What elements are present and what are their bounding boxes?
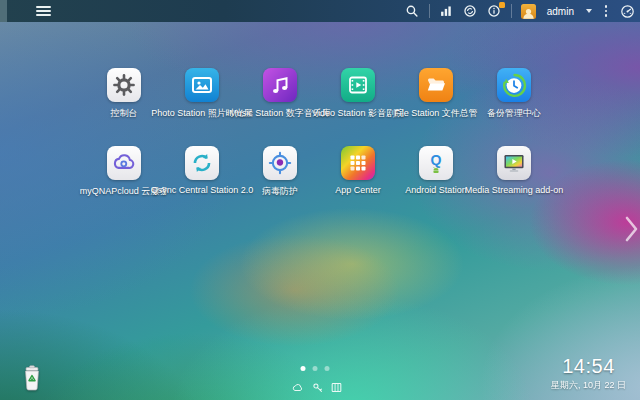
app-label: Android Station bbox=[405, 185, 467, 195]
pager-dot[interactable] bbox=[325, 366, 330, 371]
pager-dot[interactable] bbox=[313, 366, 318, 371]
next-page-arrow[interactable] bbox=[625, 215, 639, 247]
photo-icon bbox=[185, 68, 219, 102]
top-bar: admin bbox=[0, 0, 640, 22]
background-tasks-icon[interactable] bbox=[439, 4, 454, 19]
pager-dot[interactable] bbox=[301, 366, 306, 371]
app-label: 控制台 bbox=[111, 107, 138, 120]
sync-arrows-icon bbox=[185, 146, 219, 180]
apps-grid-icon bbox=[341, 146, 375, 180]
app-backup-center[interactable]: 备份管理中心 bbox=[475, 68, 553, 120]
app-label: 病毒防护 bbox=[262, 185, 298, 198]
app-label: Media Streaming add-on bbox=[465, 185, 564, 195]
app-label: App Center bbox=[335, 185, 381, 195]
app-android-station[interactable]: Q Android Station bbox=[397, 146, 475, 198]
antivirus-target-icon bbox=[263, 146, 297, 180]
app-grid: 控制台 Photo Station 照片时光屋 bbox=[85, 68, 553, 198]
dashboard-gauge-icon[interactable] bbox=[620, 4, 635, 19]
android-q-icon: Q bbox=[419, 146, 453, 180]
chevron-down-icon[interactable] bbox=[586, 9, 592, 13]
notifications-icon[interactable] bbox=[487, 4, 502, 19]
left-edge-strip bbox=[0, 0, 7, 22]
app-file-station[interactable]: File Station 文件总管 bbox=[397, 68, 475, 120]
user-avatar[interactable] bbox=[521, 4, 536, 19]
qts-desktop: admin bbox=[0, 0, 640, 400]
main-menu-icon[interactable] bbox=[36, 4, 51, 18]
folder-icon bbox=[419, 68, 453, 102]
username-label[interactable]: admin bbox=[547, 6, 574, 17]
svg-text:Q: Q bbox=[431, 152, 442, 168]
divider bbox=[429, 4, 430, 18]
top-bar-actions: admin bbox=[405, 0, 635, 22]
app-app-center[interactable]: App Center bbox=[319, 146, 397, 198]
app-label: Qsync Central Station 2.0 bbox=[151, 185, 254, 195]
external-device-icon[interactable] bbox=[463, 4, 478, 19]
app-label: Video Station 影音剧院 bbox=[312, 107, 404, 120]
quick-bar bbox=[292, 381, 342, 393]
clock-time: 14:54 bbox=[551, 355, 626, 377]
desktop-clock: 14:54 星期六, 10月 22 日 bbox=[551, 355, 626, 392]
gear-icon bbox=[107, 68, 141, 102]
desktop-wallpaper: 控制台 Photo Station 照片时光屋 bbox=[0, 22, 640, 400]
app-label: File Station 文件总管 bbox=[394, 107, 478, 120]
page-indicator bbox=[301, 366, 330, 371]
more-options-icon[interactable] bbox=[601, 4, 611, 19]
key-icon[interactable] bbox=[311, 381, 323, 393]
media-monitor-icon bbox=[497, 146, 531, 180]
search-icon[interactable] bbox=[405, 4, 420, 19]
dashboard-columns-icon[interactable] bbox=[330, 381, 342, 393]
recycle-bin-icon[interactable] bbox=[20, 365, 44, 392]
app-antivirus[interactable]: 病毒防护 bbox=[241, 146, 319, 198]
notification-badge bbox=[499, 2, 505, 8]
backup-clock-icon bbox=[497, 68, 531, 102]
app-label: 备份管理中心 bbox=[487, 107, 541, 120]
app-music-station[interactable]: Music Station 数字音乐库 bbox=[241, 68, 319, 120]
cloud-icon bbox=[107, 146, 141, 180]
app-qsync-central[interactable]: Qsync Central Station 2.0 bbox=[163, 146, 241, 198]
film-play-icon bbox=[341, 68, 375, 102]
music-note-icon bbox=[263, 68, 297, 102]
cloud-shortcut-icon[interactable] bbox=[292, 381, 304, 393]
clock-date: 星期六, 10月 22 日 bbox=[551, 379, 626, 392]
app-media-streaming[interactable]: Media Streaming add-on bbox=[475, 146, 553, 198]
app-video-station[interactable]: Video Station 影音剧院 bbox=[319, 68, 397, 120]
divider bbox=[511, 4, 512, 18]
